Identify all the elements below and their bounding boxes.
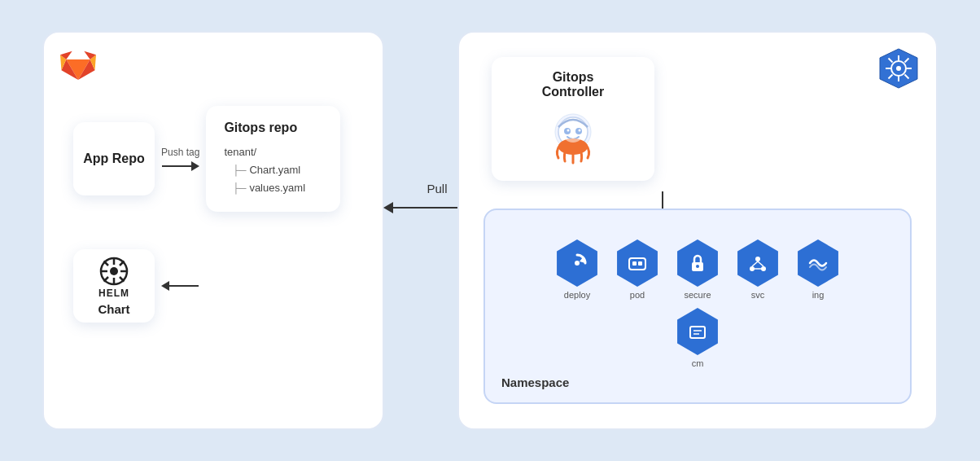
helm-icon <box>99 257 129 286</box>
right-panel: Gitops Controller <box>457 31 938 430</box>
gitops-repo-title: Gitops repo <box>224 121 322 135</box>
k8s-secure-icon: secure <box>674 239 721 300</box>
chart-label-text: Chart <box>98 302 129 316</box>
chart-card: HELM Namespace Chart <box>73 249 155 323</box>
push-tag-label: Push tag <box>161 147 199 158</box>
octopus-icon <box>508 109 638 168</box>
folder-label: tenant/ <box>224 143 322 161</box>
svg-point-43 <box>755 257 760 261</box>
gitlab-icon <box>60 47 93 80</box>
gitops-controller-title: Gitops Controller <box>508 70 638 99</box>
app-repo-row: App Repo Push tag Gitops repo tenant/ Ch… <box>60 106 366 212</box>
svg-point-7 <box>110 267 118 275</box>
k8s-icons-row2: cm <box>501 308 894 368</box>
chart-row: HELM Namespace Chart <box>60 249 366 323</box>
svg-point-37 <box>575 261 580 266</box>
pull-label: Pull <box>427 182 447 195</box>
svg-rect-38 <box>629 258 645 270</box>
chart-pull-arrow <box>161 281 199 291</box>
k8s-deploy-icon: deploy <box>553 239 601 300</box>
svg-line-47 <box>758 261 763 266</box>
svg-point-20 <box>896 66 901 71</box>
k8s-icons-row: deploy pod <box>501 239 894 300</box>
helm-text: HELM <box>98 288 129 299</box>
kubernetes-icon <box>877 47 920 93</box>
left-panel: App Repo Push tag Gitops repo tenant/ Ch… <box>42 31 384 430</box>
push-tag-arrow-line <box>162 161 199 171</box>
file-chart-yaml: Chart.yaml <box>224 161 322 179</box>
svg-rect-40 <box>638 261 642 266</box>
gitops-repo-card: Gitops repo tenant/ Chart.yaml values.ya… <box>206 106 340 212</box>
k8s-svc-icon: svc <box>734 239 781 300</box>
file-tree: tenant/ Chart.yaml values.yaml <box>224 143 322 197</box>
app-repo-card: App Repo <box>73 122 155 195</box>
svg-point-36 <box>562 121 584 143</box>
gitops-controller-card: Gitops Controller <box>492 57 654 181</box>
app-repo-label: App Repo <box>83 151 145 166</box>
push-tag-arrow: Push tag <box>161 147 199 171</box>
namespace-label: Namespace <box>501 369 894 389</box>
svg-rect-49 <box>690 327 705 338</box>
svg-rect-39 <box>632 261 637 266</box>
k8s-ing-icon: ing <box>794 239 842 300</box>
namespace-box: deploy pod <box>483 209 912 404</box>
file-values-yaml: values.yaml <box>224 179 322 197</box>
svg-point-42 <box>696 265 699 268</box>
svg-line-46 <box>752 261 758 266</box>
k8s-pod-icon: pod <box>614 239 661 300</box>
diagram-wrapper: App Repo Push tag Gitops repo tenant/ Ch… <box>42 23 938 438</box>
k8s-cm-icon: cm <box>674 308 721 368</box>
